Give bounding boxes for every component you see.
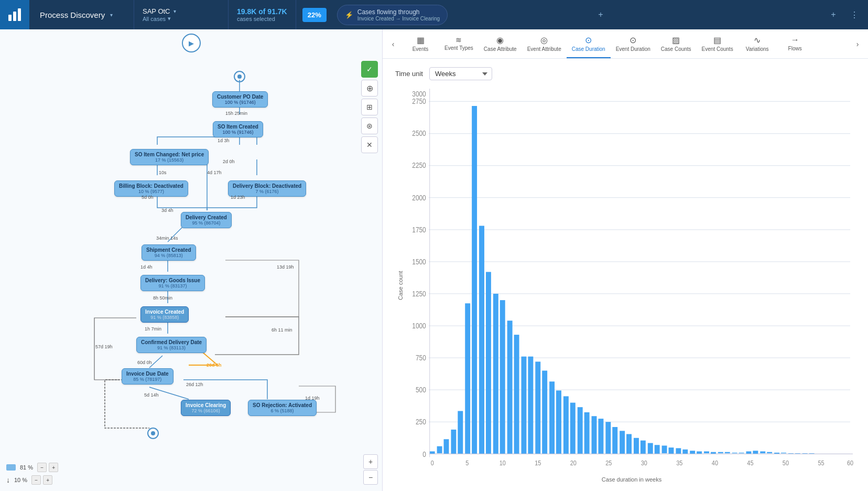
filter-pill[interactable]: ⚡ Cases flowing through Invoice Created … (337, 5, 448, 25)
svg-rect-70 (521, 357, 526, 454)
filter-text-block: Cases flowing through Invoice Created → … (357, 8, 440, 22)
node-so-rejection[interactable]: SO Rejection: Activated 6 % (5188) (248, 400, 317, 416)
svg-rect-76 (563, 396, 569, 454)
svg-text:60: 60 (847, 459, 853, 467)
svg-rect-82 (605, 422, 611, 454)
tab-toggle-left[interactable]: ‹ (385, 36, 402, 52)
filter-main-text: Cases flowing through (357, 8, 440, 16)
dataset-selector[interactable]: SAP OtC ▾ All cases ▾ (134, 0, 229, 29)
svg-text:2250: 2250 (412, 161, 426, 169)
edge-label-1d23h: 1d 23h (231, 195, 245, 200)
svg-rect-75 (556, 390, 561, 454)
chart-svg-wrap: 250 500 750 1000 (408, 89, 855, 473)
tab-variations[interactable]: ∿ Variations (739, 29, 776, 58)
svg-text:3000: 3000 (412, 89, 426, 98)
svg-rect-64 (479, 226, 484, 454)
edge-label-5d0h: 5d 0h (142, 195, 154, 200)
edge-label-1d19h: 1d 19h (305, 396, 320, 401)
svg-rect-69 (514, 335, 519, 454)
close-map-button[interactable]: ✕ (361, 136, 378, 153)
svg-rect-68 (507, 321, 513, 454)
svg-rect-74 (549, 381, 555, 454)
event-attribute-icon: ◎ (540, 35, 548, 45)
edge-label-13d19h: 13d 19h (277, 264, 294, 270)
tab-event-attribute[interactable]: ◎ Event Attribute (522, 29, 567, 58)
app-title-section[interactable]: Process Discovery ▾ (29, 0, 134, 29)
edge-label-3d4h: 3d 4h (161, 208, 173, 213)
node-invoice-created[interactable]: Invoice Created 91 % (83858) (140, 306, 189, 323)
svg-text:2750: 2750 (412, 97, 426, 105)
case-filter-dropdown-icon: ▾ (168, 15, 171, 22)
events-icon: ▦ (417, 35, 425, 45)
tab-toggle-right[interactable]: › (849, 36, 866, 52)
tabs-bar: ‹ ▦ Events ≋ Event Types ◉ Case Attribut… (383, 29, 868, 59)
svg-rect-85 (626, 434, 632, 454)
event-counts-icon: ▤ (713, 35, 721, 45)
process-canvas[interactable]: ▶ (0, 29, 382, 491)
confirm-button[interactable]: ✓ (361, 61, 378, 78)
expand-button[interactable]: ⊞ (361, 99, 378, 115)
svg-rect-67 (500, 300, 505, 454)
svg-text:0: 0 (431, 459, 434, 467)
tab-event-duration[interactable]: ⊙ Event Duration (611, 29, 656, 58)
svg-rect-86 (634, 438, 639, 454)
svg-text:10: 10 (500, 459, 506, 467)
edge-label-10s: 10s (159, 170, 167, 175)
node-invoice-due-date[interactable]: Invoice Due Date 85 % (78197) (122, 368, 173, 385)
edge-label-20d6h: 20d 6h (207, 362, 222, 368)
svg-text:0: 0 (422, 450, 426, 458)
svg-text:50: 50 (783, 459, 789, 467)
tab-case-duration[interactable]: ⊙ Case Duration (567, 29, 611, 58)
percentage-badge: 22% (302, 8, 327, 22)
svg-rect-92 (676, 448, 681, 454)
svg-text:40: 40 (712, 459, 718, 467)
tab-case-attribute[interactable]: ◉ Case Attribute (479, 29, 522, 58)
tab-event-counts[interactable]: ▤ Event Counts (697, 29, 739, 58)
node-so-item-changed[interactable]: SO Item Changed: Net price 17 % (15563) (130, 149, 209, 165)
svg-rect-78 (578, 407, 583, 454)
node-confirmed-delivery-date[interactable]: Confirmed Delivery Date 91 % (83113) (136, 337, 207, 353)
histogram-bars (430, 106, 815, 454)
svg-text:20: 20 (570, 459, 577, 467)
svg-rect-101 (739, 453, 744, 453)
svg-rect-96 (704, 451, 709, 453)
title-dropdown-icon: ▾ (110, 12, 113, 18)
edge-label-8h50min: 8h 50min (153, 295, 172, 301)
event-duration-icon: ⊙ (630, 35, 636, 45)
node-delivery-goods-issue[interactable]: Delivery: Goods Issue 91 % (83137) (140, 275, 205, 291)
node-customer-po-date[interactable]: Customer PO Date 100 % (91746) (212, 91, 268, 108)
tab-event-types[interactable]: ≋ Event Types (439, 29, 479, 58)
tab-flows[interactable]: → Flows (776, 29, 814, 58)
filter-icon: ⚡ (345, 11, 353, 19)
node-shipment-created[interactable]: Shipment Created 94 % (85813) (142, 244, 196, 261)
node-invoice-clearing[interactable]: Invoice Clearing 72 % (66106) (181, 400, 231, 416)
tab-events[interactable]: ▦ Events (402, 29, 439, 58)
svg-rect-60 (451, 430, 456, 454)
play-button[interactable]: ▶ (182, 34, 201, 52)
app-logo[interactable] (0, 0, 29, 29)
tab-case-counts[interactable]: ▨ Case Counts (656, 29, 697, 58)
more-options-button[interactable]: ⋮ (845, 5, 864, 24)
node-delivery-created[interactable]: Delivery Created 95 % (86704) (181, 212, 232, 228)
svg-text:500: 500 (416, 386, 426, 394)
svg-rect-62 (465, 303, 470, 454)
svg-rect-87 (641, 441, 646, 454)
svg-rect-58 (437, 446, 442, 453)
add-tab-button[interactable]: + (591, 5, 610, 24)
edge-label-1d3h: 1d 3h (218, 138, 230, 143)
edge-label-15h: 15h 25min (225, 111, 247, 116)
flows-icon: → (791, 35, 799, 45)
svg-rect-91 (669, 447, 674, 454)
layout-button[interactable]: ⊛ (361, 118, 378, 134)
node-so-item-created[interactable]: SO Item Created 100 % (91746) (213, 121, 263, 137)
case-filter-label: All cases (143, 16, 166, 22)
svg-rect-102 (746, 451, 751, 454)
x-axis-ticks: 0 5 10 15 20 25 30 35 40 45 50 (431, 459, 854, 467)
svg-rect-105 (767, 452, 772, 453)
edge-label-4d17h: 4d 17h (207, 170, 222, 175)
edge-label-34min: 34min 14s (156, 236, 178, 241)
zoom-fit-button[interactable]: ⊕ (361, 80, 378, 97)
add-button-right[interactable]: + (824, 5, 843, 24)
time-unit-select[interactable]: Weeks Days Months (429, 67, 492, 80)
histogram-chart: 250 500 750 1000 (408, 89, 855, 473)
